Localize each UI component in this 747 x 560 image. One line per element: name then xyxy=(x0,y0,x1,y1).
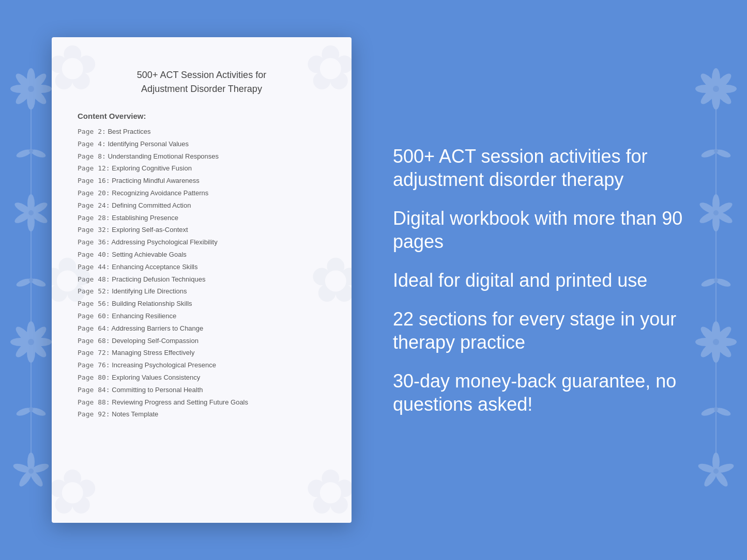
toc-item: Page 16: Practicing Mindful Awareness xyxy=(78,176,326,186)
document-panel: ✿ ✿ ✿ ✿ ✿ ✿ 500+ ACT Session Activities … xyxy=(52,37,352,523)
toc-item: Page 36: Addressing Psychological Flexib… xyxy=(78,237,326,248)
toc-item: Page 76: Increasing Psychological Presen… xyxy=(78,360,326,371)
toc-item: Page 52: Identifying Life Directions xyxy=(78,286,326,297)
toc-item: Page 84: Committing to Personal Health xyxy=(78,385,326,396)
toc-item: Page 80: Exploring Values Consistency xyxy=(78,372,326,383)
feature-text-1: 500+ ACT session activities for adjustme… xyxy=(393,145,716,191)
watermark-bottom-right: ✿ xyxy=(304,456,352,523)
feature-text-2: Digital workbook with more than 90 pages xyxy=(393,207,716,253)
toc-item: Page 24: Defining Committed Action xyxy=(78,200,326,211)
content-overview-label: Content Overview: xyxy=(78,112,326,120)
toc-item: Page 32: Exploring Self-as-Context xyxy=(78,225,326,236)
main-layout: ✿ ✿ ✿ ✿ ✿ ✿ 500+ ACT Session Activities … xyxy=(0,0,747,560)
toc-item: Page 40: Setting Achievable Goals xyxy=(78,250,326,260)
toc-item: Page 2: Best Practices xyxy=(78,127,326,137)
toc-item: Page 64: Addressing Barriers to Change xyxy=(78,323,326,334)
toc-item: Page 8: Understanding Emotional Response… xyxy=(78,151,326,162)
toc-item: Page 4: Identifying Personal Values xyxy=(78,139,326,150)
watermark-bottom-left: ✿ xyxy=(52,456,99,523)
toc-item: Page 88: Reviewing Progress and Setting … xyxy=(78,397,326,408)
feature-text-5: 30-day money-back guarantee, no question… xyxy=(393,369,716,416)
toc-item: Page 20: Recognizing Avoidance Patterns xyxy=(78,188,326,199)
toc-item: Page 44: Enhancing Acceptance Skills xyxy=(78,262,326,273)
toc-item: Page 68: Developing Self-Compassion xyxy=(78,336,326,347)
toc-item: Page 56: Building Relationship Skills xyxy=(78,299,326,309)
feature-text-4: 22 sections for every stage in your ther… xyxy=(393,307,716,354)
features-panel: 500+ ACT session activities for adjustme… xyxy=(383,145,716,416)
feature-text-3: Ideal for digital and printed use xyxy=(393,269,716,292)
table-of-contents: Page 2: Best PracticesPage 4: Identifyin… xyxy=(78,127,326,420)
toc-item: Page 72: Managing Stress Effectively xyxy=(78,348,326,359)
toc-item: Page 12: Exploring Cognitive Fusion xyxy=(78,163,326,174)
toc-item: Page 92: Notes Template xyxy=(78,409,326,420)
toc-item: Page 48: Practicing Defusion Techniques xyxy=(78,274,326,285)
toc-item: Page 60: Enhancing Resilience xyxy=(78,311,326,322)
toc-item: Page 28: Establishing Presence xyxy=(78,213,326,224)
document-title: 500+ ACT Session Activities for Adjustme… xyxy=(78,68,326,96)
